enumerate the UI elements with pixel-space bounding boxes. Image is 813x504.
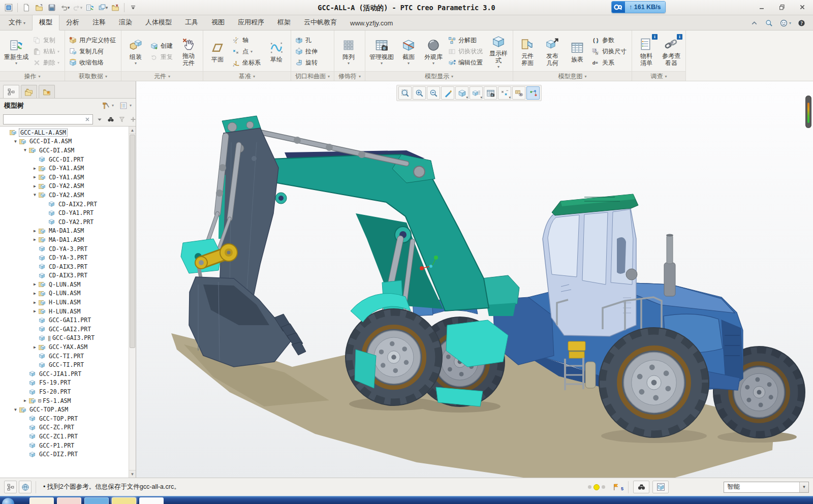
tab-工具[interactable]: 工具: [178, 15, 205, 30]
ribbon-button-edit-position[interactable]: 编辑位置: [447, 57, 485, 68]
save-button[interactable]: [46, 2, 58, 14]
tree-item[interactable]: CD-YA-3.PRT: [0, 244, 129, 254]
ribbon-button-bom[interactable]: i物料 清单: [635, 35, 658, 68]
ribbon-group-label[interactable]: 模型意图▾: [513, 71, 632, 81]
scroll-thumb[interactable]: [130, 135, 135, 348]
expand-toggle-icon[interactable]: ▶: [32, 300, 38, 305]
tree-item[interactable]: ▶H-LUN.ASM: [0, 298, 129, 307]
find-button[interactable]: [107, 115, 115, 123]
restore-button[interactable]: [775, 2, 789, 12]
expand-toggle-icon[interactable]: ▶: [22, 398, 28, 403]
tree-item[interactable]: GCC-DIZ.PRT: [0, 450, 129, 459]
tree-item[interactable]: ▶CD-YA1.ASM: [0, 173, 129, 182]
ribbon-button-copy[interactable]: 复制: [32, 35, 62, 46]
redo-button[interactable]: ▾: [71, 2, 83, 14]
ribbon-button-extrude[interactable]: 拉伸: [294, 46, 320, 57]
tree-item[interactable]: FS-19.PRT: [0, 379, 129, 388]
display-style-button[interactable]: ▾: [455, 86, 468, 100]
zoom-out-button[interactable]: [427, 86, 440, 100]
ribbon-group-label[interactable]: 基准▾: [203, 71, 291, 81]
expand-toggle-icon[interactable]: ▶: [32, 291, 38, 296]
tree-item[interactable]: CD-YA1.PRT: [0, 208, 129, 217]
tree-item[interactable]: GCC-ZC1.PRT: [0, 432, 129, 441]
ribbon-button-drag-component[interactable]: 拖动 元件: [177, 35, 200, 68]
ribbon-button-paste[interactable]: 粘贴▾: [32, 46, 62, 57]
ribbon-button-appearance[interactable]: 外观库▾: [422, 36, 445, 67]
search-history-button[interactable]: [96, 115, 104, 123]
search-model-button[interactable]: [633, 481, 649, 493]
undo-button[interactable]: ▾: [58, 2, 71, 14]
tree-tools-button[interactable]: ▾: [101, 101, 114, 110]
expand-toggle-icon[interactable]: ▶: [32, 345, 38, 350]
ribbon-button-manage-views[interactable]: 管理视图▾: [368, 36, 395, 67]
ribbon-button-datum-csys[interactable]: z坐标系: [231, 57, 263, 68]
ribbon-button-hole[interactable]: 孔: [294, 35, 320, 46]
tree-item[interactable]: ▶⊡FS-1.ASM: [0, 396, 129, 405]
ribbon-group-label[interactable]: 模型显示▾: [365, 71, 513, 81]
ribbon-button-exploded[interactable]: 分解图: [447, 35, 485, 46]
taskbar-app-3[interactable]: [84, 497, 109, 504]
graphics-area[interactable]: ▾▾▾: [136, 81, 813, 478]
ribbon-button-reference-viewer[interactable]: i参考查 看器: [660, 35, 683, 68]
tree-item[interactable]: GCC-TI.PRT: [0, 360, 129, 369]
tree-search-box[interactable]: [3, 114, 93, 124]
expand-toggle-icon[interactable]: ▶: [32, 282, 38, 287]
close-button[interactable]: [796, 2, 809, 12]
ribbon-button-delete[interactable]: 删除▾: [32, 57, 62, 68]
tree-item[interactable]: GCC-TOP.PRT: [0, 414, 129, 423]
taskbar-app-1[interactable]: [29, 497, 54, 504]
tab-人体模型[interactable]: 人体模型: [139, 15, 178, 30]
tab-模型[interactable]: 模型: [32, 15, 59, 30]
tree-item[interactable]: GCC-GAI1.PRT: [0, 316, 129, 325]
view-manager-button[interactable]: [484, 86, 497, 100]
ribbon-button-display-style[interactable]: 显示样 式▾: [487, 33, 510, 70]
tab-框架[interactable]: 框架: [271, 15, 297, 30]
tree-display-options-button[interactable]: ▾: [119, 101, 132, 110]
expand-toggle-icon[interactable]: ▶: [32, 166, 38, 171]
viewport-3d-model[interactable]: [136, 81, 813, 478]
app-button[interactable]: [3, 2, 15, 14]
tree-item[interactable]: ▶GCC-YAX.ASM: [0, 342, 129, 352]
zoom-in-button[interactable]: [413, 86, 426, 100]
ribbon-button-datum-axis[interactable]: 轴: [231, 35, 263, 46]
collapse-ribbon-button[interactable]: [750, 19, 759, 27]
folder-browser-tab[interactable]: [21, 85, 37, 98]
tree-item[interactable]: GCC-TI.PRT: [0, 352, 129, 361]
ribbon-group-label[interactable]: 切口和曲面▾: [291, 71, 334, 81]
tab-文件[interactable]: 文件▾: [2, 15, 32, 30]
tree-item[interactable]: GCC-JIA1.PRT: [0, 369, 129, 379]
ribbon-button-section[interactable]: 截面▾: [397, 36, 420, 67]
ribbon-button-toggle-status[interactable]: 切换状况: [447, 46, 485, 57]
tab-注释[interactable]: 注释: [86, 15, 112, 30]
start-button[interactable]: [2, 498, 14, 504]
expand-toggle-icon[interactable]: ▼: [12, 139, 19, 144]
regenerate-quick-button[interactable]: [84, 2, 96, 14]
tree-item[interactable]: CD-YA2.PRT: [0, 217, 129, 227]
ribbon-button-pattern[interactable]: 阵列▾: [337, 36, 360, 67]
ribbon-button-repeat[interactable]: 重复: [149, 52, 175, 62]
tree-item[interactable]: CD-AIX2.PRT: [0, 200, 129, 209]
tree-item[interactable]: ‖GCC-GAI3.PRT: [0, 334, 129, 343]
tree-search-input[interactable]: [6, 116, 84, 123]
tree-item[interactable]: ▶Q-LUN.ASM: [0, 280, 129, 289]
tree-item[interactable]: CD-YA-3.PRT: [0, 253, 129, 262]
ribbon-button-datum-plane[interactable]: 平面: [206, 39, 229, 65]
clear-search-icon[interactable]: [84, 116, 90, 122]
expand-toggle-icon[interactable]: ▶: [32, 237, 38, 242]
notification-flag-button[interactable]: 5: [612, 483, 623, 491]
tree-item[interactable]: CD-AIX3.PRT: [0, 262, 129, 271]
ribbon-button-create-component[interactable]: 创建: [149, 41, 175, 51]
tree-scrollbar[interactable]: ▲ ▼: [129, 127, 136, 478]
expand-toggle-icon[interactable]: ▶: [32, 229, 38, 233]
ribbon-group-label[interactable]: 操作▾: [0, 71, 65, 81]
ribbon-button-switch-dims[interactable]: 15fx切换尺寸: [590, 46, 629, 57]
tree-item[interactable]: ▼GCC-TOP.ASM: [0, 405, 129, 414]
select-items-button[interactable]: [652, 481, 669, 493]
customize-quick-access-button[interactable]: [127, 2, 139, 14]
datum-display-filters-button[interactable]: ▾: [498, 86, 511, 100]
scroll-up-icon[interactable]: ▲: [129, 127, 136, 134]
model-tree-tab[interactable]: [3, 85, 19, 98]
taskbar-app-4[interactable]: [112, 497, 136, 504]
window-switch-button[interactable]: ▾: [97, 2, 109, 14]
resource-center-button[interactable]: ▾: [779, 19, 791, 27]
